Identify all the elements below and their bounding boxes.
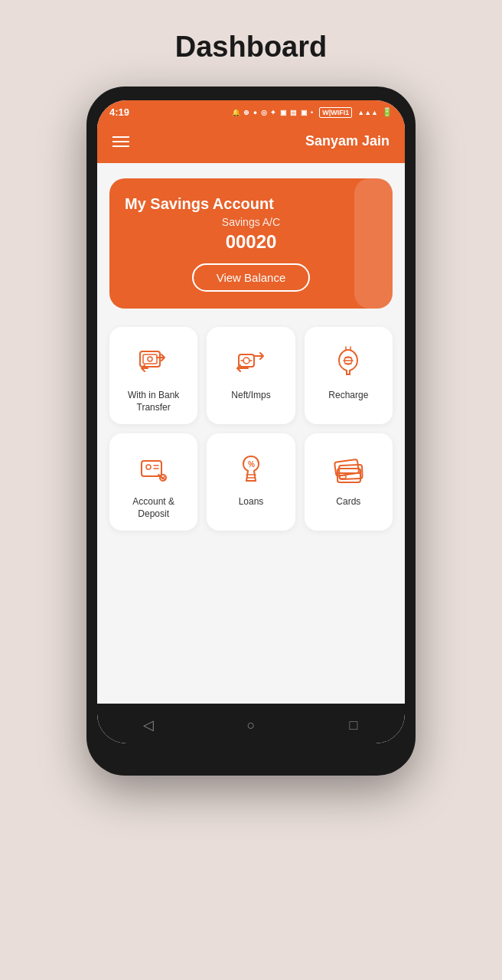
home-button[interactable]: ○ — [240, 714, 262, 736]
svg-text:%: % — [248, 460, 255, 469]
menu-item-account-deposit[interactable]: Account & Deposit — [109, 433, 197, 531]
transfer-icon — [134, 342, 174, 382]
battery-icon: 🔋 — [382, 107, 393, 117]
menu-item-within-bank-transfer[interactable]: With in Bank Transfer — [109, 327, 197, 424]
menu-grid: With in Bank Transfer Ne — [109, 327, 393, 531]
app-header: Sanyam Jain — [97, 124, 405, 163]
view-balance-button[interactable]: View Balance — [192, 263, 311, 292]
menu-label-within-bank: With in Bank Transfer — [117, 390, 190, 413]
wifi-label: W|WIFI1 — [319, 107, 352, 118]
recent-apps-button[interactable]: □ — [343, 714, 364, 736]
svg-point-4 — [243, 358, 249, 364]
menu-item-cards[interactable]: Cards — [305, 433, 393, 531]
menu-item-neft-imps[interactable]: Neft/Imps — [207, 327, 295, 424]
svg-point-2 — [148, 357, 152, 361]
hamburger-line-2 — [112, 141, 129, 142]
menu-label-account: Account & Deposit — [117, 496, 190, 520]
user-name: Sanyam Jain — [305, 133, 390, 149]
menu-label-recharge: Recharge — [328, 390, 368, 402]
notification-icons: 🔔 ⊕ ● ◎ ✦ ▣ ▤ ▣ • — [232, 109, 315, 116]
hamburger-line-3 — [112, 145, 129, 147]
menu-label-cards: Cards — [336, 496, 360, 508]
status-icons: 🔔 ⊕ ● ◎ ✦ ▣ ▤ ▣ • W|WIFI1 ▲▲▲ 🔋 — [232, 107, 393, 118]
bottom-nav: ◁ ○ □ — [97, 704, 405, 743]
status-bar: 4:19 🔔 ⊕ ● ◎ ✦ ▣ ▤ ▣ • W|WIFI1 ▲▲▲ 🔋 — [97, 100, 405, 124]
menu-label-neft: Neft/Imps — [231, 390, 270, 402]
menu-label-loans: Loans — [239, 496, 264, 508]
back-button[interactable]: ◁ — [138, 714, 159, 736]
page-title: Dashboard — [175, 31, 327, 64]
account-icon — [134, 449, 174, 488]
menu-item-recharge[interactable]: Recharge — [305, 327, 393, 424]
content-area: My Savings Account Savings A/C 00020 Vie… — [97, 163, 405, 704]
status-time: 4:19 — [109, 106, 129, 118]
hamburger-menu[interactable] — [112, 136, 129, 147]
neft-icon — [231, 342, 271, 382]
loans-icon: % — [231, 449, 271, 488]
account-number: 00020 — [125, 231, 377, 253]
recharge-icon — [328, 342, 368, 382]
svg-rect-1 — [143, 354, 157, 364]
cards-icon — [328, 449, 368, 488]
menu-item-loans[interactable]: % Loans — [207, 433, 295, 531]
hamburger-line-1 — [112, 136, 129, 138]
svg-rect-20 — [340, 475, 346, 479]
account-sub-label: Savings A/C — [125, 216, 377, 228]
phone-frame: 4:19 🔔 ⊕ ● ◎ ✦ ▣ ▤ ▣ • W|WIFI1 ▲▲▲ 🔋 San… — [86, 87, 416, 776]
phone-screen: 4:19 🔔 ⊕ ● ◎ ✦ ▣ ▤ ▣ • W|WIFI1 ▲▲▲ 🔋 San… — [97, 100, 405, 743]
svg-point-9 — [146, 465, 151, 469]
signal-icons: ▲▲▲ — [357, 109, 378, 116]
account-title: My Savings Account — [125, 195, 377, 213]
account-card[interactable]: My Savings Account Savings A/C 00020 Vie… — [109, 178, 393, 309]
